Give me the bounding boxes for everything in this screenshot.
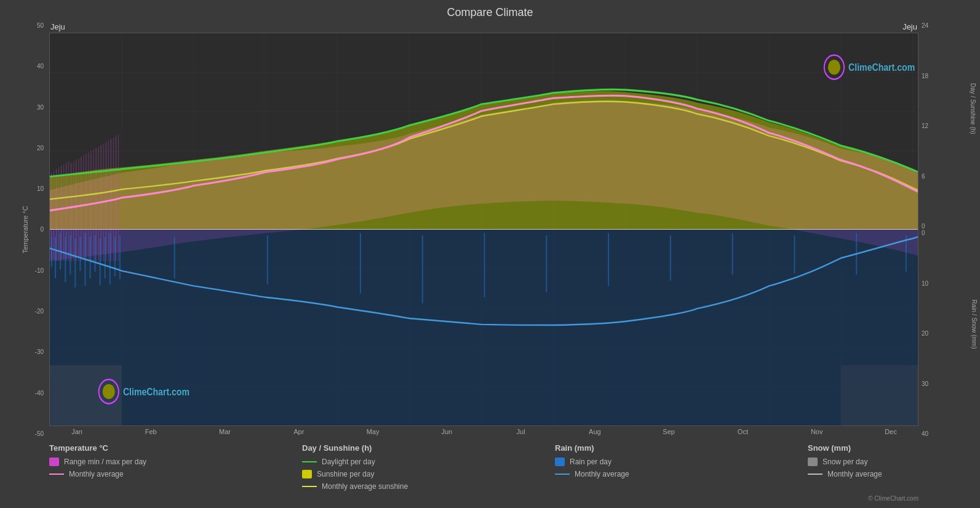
legend-item-rain-avg: Monthly average bbox=[555, 470, 678, 478]
legend-line-sunshine-avg bbox=[302, 486, 317, 487]
y-tick-n50: -50 bbox=[12, 430, 44, 437]
page-container: Compare Climate Temperature °C 50 40 30 … bbox=[0, 0, 980, 508]
y-tick-n30: -30 bbox=[12, 349, 44, 355]
y-axis-right-bottom-ticks: 0 10 20 30 40 bbox=[922, 230, 968, 437]
svg-rect-64 bbox=[95, 235, 96, 272]
svg-rect-35 bbox=[71, 163, 71, 261]
y-tick-30: 30 bbox=[12, 104, 44, 111]
svg-rect-45 bbox=[96, 148, 97, 261]
y-tick-40: 40 bbox=[12, 63, 44, 70]
y-tick-right-rain-0: 0 bbox=[922, 230, 968, 236]
legend-swatch-rain bbox=[555, 458, 565, 466]
x-label-aug: Aug bbox=[567, 428, 623, 435]
svg-rect-36 bbox=[73, 161, 74, 261]
legend-group-snow-title: Snow (mm) bbox=[808, 443, 931, 453]
svg-rect-65 bbox=[100, 238, 101, 285]
x-label-oct: Oct bbox=[715, 428, 770, 435]
svg-rect-58 bbox=[65, 237, 66, 283]
svg-rect-72 bbox=[360, 233, 361, 294]
y-axis-left: Temperature °C 50 40 30 20 10 0 -10 -20 … bbox=[12, 22, 49, 437]
chart-middle: Jeju Jeju bbox=[49, 22, 918, 437]
y-tick-right-rain-40: 40 bbox=[922, 430, 968, 437]
svg-rect-75 bbox=[546, 235, 547, 292]
y-axis-right-top-ticks: 24 18 12 6 0 bbox=[922, 22, 968, 230]
legend-item-temp-avg: Monthly average bbox=[49, 470, 172, 478]
legend-label-snow-avg: Monthly average bbox=[827, 470, 882, 478]
y-tick-right-18: 18 bbox=[922, 73, 968, 79]
svg-rect-70 bbox=[174, 237, 175, 278]
svg-rect-41 bbox=[86, 154, 86, 261]
copyright: © ClimeChart.com bbox=[12, 495, 968, 502]
legend-group-sunshine-title: Day / Sunshine (h) bbox=[302, 443, 425, 453]
x-label-jun: Jun bbox=[419, 428, 474, 435]
legend-item-sunshine: Sunshine per day bbox=[302, 470, 425, 478]
x-label-apr: Apr bbox=[271, 428, 327, 435]
legend-label-rain-avg: Monthly average bbox=[575, 470, 629, 478]
legend-item-snow: Snow per day bbox=[808, 458, 931, 466]
svg-rect-68 bbox=[114, 237, 116, 276]
svg-rect-43 bbox=[91, 151, 92, 261]
x-label-dec: Dec bbox=[863, 428, 918, 435]
y-axis-right-top-label: Day / Sunshine (h) bbox=[970, 83, 976, 134]
y-tick-right-6: 6 bbox=[922, 173, 968, 180]
svg-rect-61 bbox=[79, 237, 81, 271]
legend-item-sunshine-avg: Monthly average sunshine bbox=[302, 482, 425, 491]
legend-label-sunshine-avg: Monthly average sunshine bbox=[322, 482, 408, 491]
legend-group-snow: Snow (mm) Snow per day Monthly average bbox=[808, 443, 931, 491]
svg-rect-33 bbox=[66, 163, 66, 261]
x-label-sep: Sep bbox=[641, 428, 696, 435]
x-label-jan: Jan bbox=[49, 428, 105, 435]
svg-rect-69 bbox=[119, 235, 121, 279]
y-tick-right-rain-30: 30 bbox=[922, 381, 968, 387]
y-tick-20: 20 bbox=[12, 145, 44, 151]
y-tick-right-24: 24 bbox=[922, 22, 968, 29]
legend-swatch-snow bbox=[808, 458, 818, 466]
legend-item-daylight: Daylight per day bbox=[302, 458, 425, 466]
svg-rect-26 bbox=[841, 365, 918, 425]
legend-label-snow: Snow per day bbox=[823, 458, 867, 466]
legend-line-temp-avg bbox=[49, 474, 64, 475]
legend-swatch-sunshine bbox=[302, 470, 312, 478]
x-label-jul: Jul bbox=[493, 428, 549, 435]
legend-line-rain-avg bbox=[555, 474, 570, 475]
legend-label-daylight: Daylight per day bbox=[322, 458, 375, 466]
y-tick-n40: -40 bbox=[12, 390, 44, 397]
svg-rect-66 bbox=[105, 237, 106, 278]
chart-area-wrapper: Temperature °C 50 40 30 20 10 0 -10 -20 … bbox=[12, 22, 968, 437]
legend-line-snow-avg bbox=[808, 474, 823, 475]
y-axis-left-ticks: 50 40 30 20 10 0 -10 -20 -30 -40 -50 bbox=[12, 22, 46, 437]
svg-rect-77 bbox=[670, 235, 671, 281]
y-tick-10: 10 bbox=[12, 185, 44, 192]
x-label-feb: Feb bbox=[123, 428, 178, 435]
svg-rect-60 bbox=[74, 238, 76, 288]
x-label-may: May bbox=[345, 428, 400, 435]
svg-rect-55 bbox=[51, 237, 52, 267]
legend-label-rain: Rain per day bbox=[570, 458, 612, 466]
chart-svg: ClimeChart.com ClimeChart.com bbox=[50, 33, 918, 425]
svg-rect-79 bbox=[794, 235, 795, 273]
legend-group-sunshine: Day / Sunshine (h) Daylight per day Suns… bbox=[302, 443, 425, 491]
svg-rect-34 bbox=[68, 161, 69, 261]
svg-rect-76 bbox=[608, 233, 609, 286]
svg-rect-29 bbox=[56, 169, 57, 261]
y-tick-right-12: 12 bbox=[922, 123, 968, 129]
y-tick-n10: -10 bbox=[12, 267, 44, 274]
legend-item-rain: Rain per day bbox=[555, 458, 678, 466]
svg-rect-63 bbox=[90, 237, 91, 278]
y-tick-50: 50 bbox=[12, 22, 44, 29]
svg-rect-71 bbox=[267, 235, 268, 284]
y-axis-right: Day / Sunshine (h) Rain / Snow (mm) 24 1… bbox=[918, 22, 968, 437]
legend-swatch-temp-range bbox=[49, 458, 59, 466]
legend-label-temp-range: Range min / max per day bbox=[64, 458, 146, 466]
svg-rect-28 bbox=[54, 171, 54, 260]
legend-label-temp-avg: Monthly average bbox=[69, 470, 124, 478]
legend-group-temp-title: Temperature °C bbox=[49, 443, 172, 453]
svg-text:ClimeChart.com: ClimeChart.com bbox=[123, 386, 189, 398]
y-axis-right-bottom-label: Rain / Snow (mm) bbox=[970, 300, 977, 349]
svg-point-84 bbox=[103, 384, 115, 400]
svg-rect-78 bbox=[732, 233, 733, 275]
legend-item-snow-avg: Monthly average bbox=[808, 470, 931, 478]
legend-item-temp-range: Range min / max per day bbox=[49, 458, 172, 466]
svg-rect-32 bbox=[63, 164, 64, 261]
legend-line-daylight bbox=[302, 461, 317, 462]
